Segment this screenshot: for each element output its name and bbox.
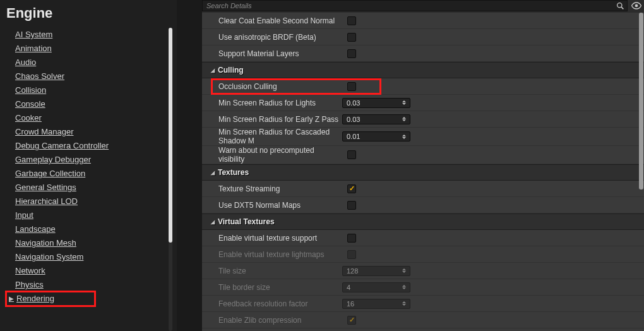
property-value [342,16,418,25]
sidebar-item-landscape[interactable]: Landscape [15,222,162,236]
sidebar-item-collision[interactable]: Collision [15,83,162,97]
sidebar-item-label: Collision [15,85,46,95]
property-row: Occlusion Culling [202,78,644,95]
property-row: Support Material Layers [202,45,644,62]
sidebar-item-debug-camera-controller[interactable]: Debug Camera Controller [15,139,162,153]
sidebar-item-label: Gameplay Debugger [15,155,91,164]
sidebar-scrollbar[interactable] [165,28,176,331]
property-label: Support Material Layers [202,49,342,58]
search-row [202,0,644,13]
section-header-textures[interactable]: ◢Textures [202,164,644,181]
sidebar-item-gameplay-debugger[interactable]: Gameplay Debugger [15,153,162,167]
sidebar-item-label: Debug Camera Controller [15,141,109,150]
sidebar-item-label: Console [15,99,45,109]
sidebar-item-label: Cooker [15,113,42,123]
spinbox-value: 0.01 [347,133,360,140]
section-header-virtual-textures[interactable]: ◢Virtual Textures [202,214,644,230]
numeric-spinbox[interactable]: 0.01 [342,131,410,141]
spinbox-value: 4 [347,284,350,291]
checkbox[interactable] [347,49,356,58]
sidebar-item-input[interactable]: Input [15,208,162,222]
sidebar-item-label: AI System [15,30,52,39]
property-label: Enable Zlib compression [202,316,342,325]
sidebar-scroll-thumb[interactable] [169,28,172,243]
property-row: Feedback resolution factor16 [202,296,644,312]
property-label: Feedback resolution factor [202,299,342,308]
sidebar-item-animation[interactable]: Animation [15,42,162,56]
section-title: Virtual Textures [218,217,275,226]
property-label: Min Screen Radius for Early Z Pass [202,115,342,124]
collapse-arrow-icon: ◢ [211,219,215,225]
checkbox[interactable] [347,33,356,42]
property-value [342,201,418,210]
spinbox-handle-icon[interactable] [401,133,407,140]
property-value: 4 [342,282,418,292]
spinbox-handle-icon [401,301,407,307]
numeric-spinbox: 4 [342,282,410,292]
property-row: Tile border size4 [202,279,644,296]
property-value: 0.03 [342,98,418,108]
numeric-spinbox[interactable]: 0.03 [342,98,410,108]
sidebar-item-garbage-collection[interactable]: Garbage Collection [15,167,162,181]
property-row: Enable virtual texture support [202,230,644,246]
sidebar-item-label: Navigation System [15,252,83,262]
property-label: Texture Streaming [202,184,342,193]
sidebar-item-label: Input [15,210,33,220]
property-label: Clear Coat Enable Second Normal [202,16,342,25]
sidebar: Engine AI SystemAnimationAudioChaos Solv… [0,0,177,331]
property-row: Min Screen Radius for Cascaded Shadow M0… [202,128,644,146]
sidebar-item-physics[interactable]: Physics [15,278,162,292]
search-icon[interactable] [616,2,624,10]
sidebar-item-console[interactable]: Console [15,97,162,111]
sidebar-item-chaos-solver[interactable]: Chaos Solver [15,69,162,83]
sidebar-item-ai-system[interactable]: AI System [15,28,162,42]
sidebar-item-general-settings[interactable]: General Settings [15,181,162,195]
property-value [342,33,418,42]
spinbox-handle-icon[interactable] [401,116,407,123]
checkbox[interactable] [347,184,356,193]
section-header-culling[interactable]: ◢Culling [202,62,644,78]
spinbox-value: 0.03 [347,99,360,107]
sidebar-item-label: Hierarchical LOD [15,196,78,206]
sidebar-item-rendering[interactable]: ▶Rendering [6,292,95,306]
numeric-spinbox[interactable]: 0.03 [342,114,410,124]
sidebar-item-label: Crowd Manager [15,127,74,136]
sidebar-item-label: Navigation Mesh [15,238,76,248]
visibility-toggle-icon[interactable] [630,0,643,11]
property-row: Min Screen Radius for Early Z Pass0.03 [202,111,644,128]
property-row: Use anisotropic BRDF (Beta) [202,29,644,45]
property-label: Use DXT5 Normal Maps [202,201,342,210]
spinbox-value: 0.03 [347,116,360,123]
checkbox[interactable] [347,82,356,91]
sidebar-item-navigation-system[interactable]: Navigation System [15,250,162,264]
sidebar-item-label: General Settings [15,183,76,192]
svg-line-1 [621,7,623,9]
sidebar-item-cooker[interactable]: Cooker [15,111,162,125]
property-value [342,316,418,325]
sidebar-item-navigation-mesh[interactable]: Navigation Mesh [15,236,162,250]
checkbox[interactable] [347,150,356,159]
sidebar-item-network[interactable]: Network [15,264,162,278]
details-scroll-thumb[interactable] [639,13,643,190]
sidebar-item-crowd-manager[interactable]: Crowd Manager [15,125,162,139]
search-input[interactable] [203,1,627,11]
property-row: Clear Coat Enable Second Normal [202,13,644,29]
checkbox[interactable] [347,16,356,25]
numeric-spinbox: 128 [342,266,410,276]
sidebar-item-audio[interactable]: Audio [15,56,162,69]
spinbox-handle-icon[interactable] [401,100,407,106]
property-value [342,184,418,193]
checkbox[interactable] [347,234,356,243]
checkbox[interactable] [347,201,356,210]
sidebar-item-hierarchical-lod[interactable]: Hierarchical LOD [15,195,162,208]
sidebar-item-label: Landscape [15,224,56,234]
property-label: Enable virtual texture support [202,234,342,243]
property-label: Tile size [202,267,342,275]
property-value [342,234,418,243]
sidebar-item-label: Network [15,266,45,275]
search-box[interactable] [202,0,628,11]
sidebar-list: AI SystemAnimationAudioChaos SolverColli… [0,28,177,331]
sidebar-item-label: Animation [15,44,52,53]
collapse-arrow-icon: ◢ [211,68,215,73]
property-row: Tile size128 [202,263,644,279]
